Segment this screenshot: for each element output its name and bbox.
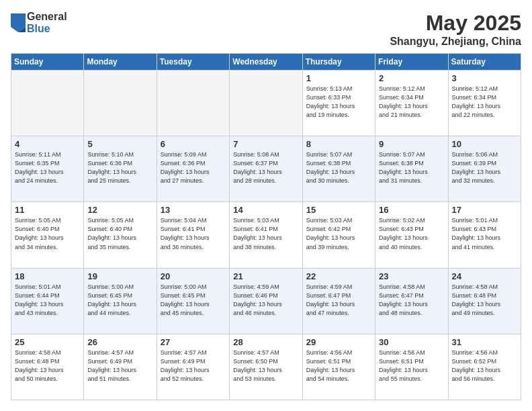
day-number: 17	[452, 205, 517, 215]
calendar-cell: 22Sunrise: 4:59 AM Sunset: 6:47 PM Dayli…	[302, 268, 375, 334]
day-info: Sunrise: 4:56 AM Sunset: 6:52 PM Dayligh…	[452, 349, 517, 383]
calendar-cell: 30Sunrise: 4:56 AM Sunset: 6:51 PM Dayli…	[375, 334, 448, 400]
calendar-header-saturday: Saturday	[448, 54, 521, 71]
day-number: 19	[87, 271, 152, 281]
calendar-header-sunday: Sunday	[11, 54, 84, 71]
day-info: Sunrise: 5:03 AM Sunset: 6:42 PM Dayligh…	[306, 216, 371, 251]
day-info: Sunrise: 4:58 AM Sunset: 6:47 PM Dayligh…	[379, 283, 444, 318]
logo-blue-text: Blue	[27, 23, 67, 35]
header: General Blue May 2025 Shangyu, Zhejiang,…	[11, 11, 521, 48]
calendar-cell: 7Sunrise: 5:08 AM Sunset: 6:37 PM Daylig…	[230, 136, 302, 202]
title-month: May 2025	[390, 11, 521, 36]
calendar-header-friday: Friday	[375, 54, 448, 71]
calendar-cell: 13Sunrise: 5:04 AM Sunset: 6:41 PM Dayli…	[157, 202, 229, 268]
day-info: Sunrise: 5:03 AM Sunset: 6:41 PM Dayligh…	[233, 216, 298, 251]
day-info: Sunrise: 4:56 AM Sunset: 6:51 PM Dayligh…	[379, 349, 444, 383]
day-number: 4	[15, 139, 80, 149]
day-number: 20	[161, 271, 226, 281]
title-location: Shangyu, Zhejiang, China	[390, 36, 521, 48]
calendar-cell	[230, 71, 302, 136]
calendar-cell: 15Sunrise: 5:03 AM Sunset: 6:42 PM Dayli…	[302, 202, 375, 268]
calendar-cell: 28Sunrise: 4:57 AM Sunset: 6:50 PM Dayli…	[230, 334, 302, 400]
logo: General Blue	[11, 11, 67, 34]
day-info: Sunrise: 4:56 AM Sunset: 6:51 PM Dayligh…	[306, 349, 371, 383]
day-number: 1	[306, 73, 371, 83]
day-info: Sunrise: 4:57 AM Sunset: 6:49 PM Dayligh…	[161, 349, 226, 383]
day-info: Sunrise: 5:05 AM Sunset: 6:40 PM Dayligh…	[15, 216, 80, 251]
day-number: 2	[379, 73, 444, 83]
calendar-header-row: SundayMondayTuesdayWednesdayThursdayFrid…	[11, 54, 521, 71]
calendar-cell: 21Sunrise: 4:59 AM Sunset: 6:46 PM Dayli…	[230, 268, 302, 334]
calendar-week-row: 4Sunrise: 5:11 AM Sunset: 6:35 PM Daylig…	[11, 136, 521, 202]
calendar-header-wednesday: Wednesday	[230, 54, 302, 71]
calendar-header-tuesday: Tuesday	[157, 54, 229, 71]
day-info: Sunrise: 5:01 AM Sunset: 6:43 PM Dayligh…	[452, 216, 517, 251]
calendar-week-row: 1Sunrise: 5:13 AM Sunset: 6:33 PM Daylig…	[11, 71, 521, 136]
day-number: 3	[452, 73, 517, 83]
calendar-cell: 1Sunrise: 5:13 AM Sunset: 6:33 PM Daylig…	[302, 71, 375, 136]
calendar-week-row: 18Sunrise: 5:01 AM Sunset: 6:44 PM Dayli…	[11, 268, 521, 334]
day-info: Sunrise: 4:57 AM Sunset: 6:49 PM Dayligh…	[87, 349, 152, 383]
calendar-cell	[157, 71, 229, 136]
day-number: 15	[306, 205, 371, 215]
day-info: Sunrise: 5:12 AM Sunset: 6:34 PM Dayligh…	[379, 85, 444, 120]
day-number: 11	[15, 205, 80, 215]
day-number: 13	[161, 205, 226, 215]
day-number: 22	[306, 271, 371, 281]
day-number: 29	[306, 337, 371, 347]
day-number: 6	[161, 139, 226, 149]
calendar-cell: 31Sunrise: 4:56 AM Sunset: 6:52 PM Dayli…	[448, 334, 521, 400]
calendar-header-thursday: Thursday	[302, 54, 375, 71]
day-info: Sunrise: 4:57 AM Sunset: 6:50 PM Dayligh…	[233, 349, 298, 383]
calendar-cell: 6Sunrise: 5:09 AM Sunset: 6:36 PM Daylig…	[157, 136, 229, 202]
day-number: 10	[452, 139, 517, 149]
calendar-cell: 8Sunrise: 5:07 AM Sunset: 6:38 PM Daylig…	[302, 136, 375, 202]
day-number: 21	[233, 271, 298, 281]
day-info: Sunrise: 5:07 AM Sunset: 6:38 PM Dayligh…	[306, 150, 371, 185]
day-info: Sunrise: 4:58 AM Sunset: 6:48 PM Dayligh…	[15, 349, 80, 383]
calendar-cell: 18Sunrise: 5:01 AM Sunset: 6:44 PM Dayli…	[11, 268, 84, 334]
day-info: Sunrise: 4:59 AM Sunset: 6:47 PM Dayligh…	[306, 283, 371, 318]
logo-text: General Blue	[27, 11, 67, 34]
day-info: Sunrise: 5:07 AM Sunset: 6:38 PM Dayligh…	[379, 150, 444, 185]
calendar-table: SundayMondayTuesdayWednesdayThursdayFrid…	[11, 53, 521, 400]
logo-icon	[11, 13, 26, 32]
calendar-cell: 26Sunrise: 4:57 AM Sunset: 6:49 PM Dayli…	[84, 334, 157, 400]
calendar-cell: 27Sunrise: 4:57 AM Sunset: 6:49 PM Dayli…	[157, 334, 229, 400]
day-info: Sunrise: 5:05 AM Sunset: 6:40 PM Dayligh…	[87, 216, 152, 251]
day-number: 27	[161, 337, 226, 347]
day-number: 5	[87, 139, 152, 149]
day-number: 7	[233, 139, 298, 149]
page: General Blue May 2025 Shangyu, Zhejiang,…	[0, 0, 532, 411]
calendar-cell	[84, 71, 157, 136]
calendar-cell: 25Sunrise: 4:58 AM Sunset: 6:48 PM Dayli…	[11, 334, 84, 400]
day-number: 9	[379, 139, 444, 149]
day-info: Sunrise: 4:59 AM Sunset: 6:46 PM Dayligh…	[233, 283, 298, 318]
day-number: 18	[15, 271, 80, 281]
day-number: 12	[87, 205, 152, 215]
calendar-cell: 9Sunrise: 5:07 AM Sunset: 6:38 PM Daylig…	[375, 136, 448, 202]
calendar-week-row: 25Sunrise: 4:58 AM Sunset: 6:48 PM Dayli…	[11, 334, 521, 400]
calendar-cell: 17Sunrise: 5:01 AM Sunset: 6:43 PM Dayli…	[448, 202, 521, 268]
day-info: Sunrise: 5:06 AM Sunset: 6:39 PM Dayligh…	[452, 150, 517, 185]
day-number: 8	[306, 139, 371, 149]
day-info: Sunrise: 5:10 AM Sunset: 6:36 PM Dayligh…	[87, 150, 152, 185]
day-number: 24	[452, 271, 517, 281]
calendar-cell: 24Sunrise: 4:58 AM Sunset: 6:48 PM Dayli…	[448, 268, 521, 334]
day-number: 30	[379, 337, 444, 347]
calendar-week-row: 11Sunrise: 5:05 AM Sunset: 6:40 PM Dayli…	[11, 202, 521, 268]
day-info: Sunrise: 5:13 AM Sunset: 6:33 PM Dayligh…	[306, 85, 371, 120]
calendar-cell: 12Sunrise: 5:05 AM Sunset: 6:40 PM Dayli…	[84, 202, 157, 268]
calendar-cell: 29Sunrise: 4:56 AM Sunset: 6:51 PM Dayli…	[302, 334, 375, 400]
day-info: Sunrise: 5:00 AM Sunset: 6:45 PM Dayligh…	[87, 283, 152, 318]
calendar-header-monday: Monday	[84, 54, 157, 71]
day-info: Sunrise: 4:58 AM Sunset: 6:48 PM Dayligh…	[452, 283, 517, 318]
day-info: Sunrise: 5:11 AM Sunset: 6:35 PM Dayligh…	[15, 150, 80, 185]
day-number: 31	[452, 337, 517, 347]
calendar-cell	[11, 71, 84, 136]
calendar-cell: 5Sunrise: 5:10 AM Sunset: 6:36 PM Daylig…	[84, 136, 157, 202]
day-info: Sunrise: 5:00 AM Sunset: 6:45 PM Dayligh…	[161, 283, 226, 318]
day-info: Sunrise: 5:08 AM Sunset: 6:37 PM Dayligh…	[233, 150, 298, 185]
day-number: 28	[233, 337, 298, 347]
day-info: Sunrise: 5:04 AM Sunset: 6:41 PM Dayligh…	[161, 216, 226, 251]
